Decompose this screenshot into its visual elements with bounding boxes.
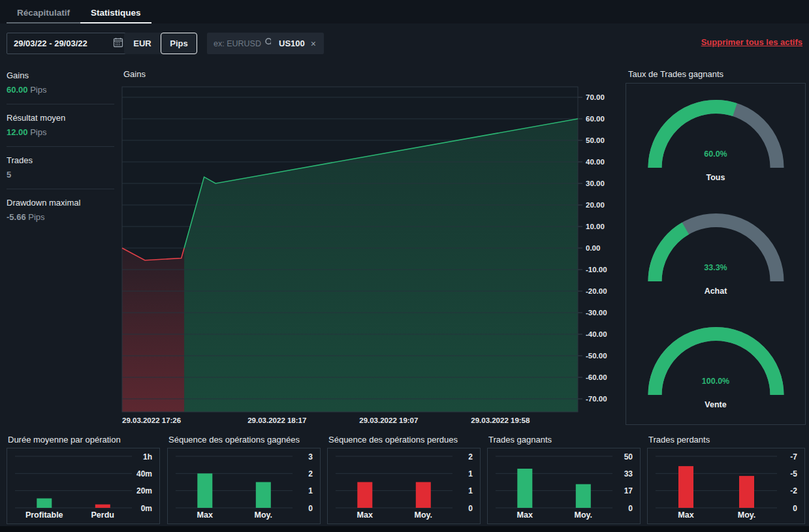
svg-text:-2: -2 <box>790 486 797 495</box>
svg-text:Max: Max <box>678 510 693 520</box>
svg-text:Moy.: Moy. <box>414 510 432 520</box>
unit-toggle: EUR Pips <box>124 33 197 54</box>
svg-text:40.00: 40.00 <box>586 158 605 166</box>
panel-avg-duration: Durée moyenne par opération 0m20m40m1hPr… <box>7 435 160 524</box>
win-rate-title: Taux de Trades gagnants <box>628 69 806 79</box>
gauge-label: Vente <box>648 400 784 409</box>
gauge-value: 33.3% <box>648 263 784 272</box>
asset-tag-label: US100 <box>279 39 305 48</box>
svg-text:29.03.2022 18:17: 29.03.2022 18:17 <box>247 416 306 424</box>
svg-text:-50.00: -50.00 <box>586 352 607 360</box>
svg-text:-20.00: -20.00 <box>586 287 607 295</box>
svg-text:Max: Max <box>357 510 373 520</box>
svg-text:50.00: 50.00 <box>586 136 605 144</box>
panel-winning-streak: Séquence des opérations gagnées 0123MaxM… <box>167 435 321 524</box>
svg-text:10.00: 10.00 <box>586 223 605 230</box>
svg-text:1: 1 <box>308 486 313 495</box>
stat-gains-value: 60.00 <box>7 85 28 95</box>
stat-avg-result: Résultat moyen 12.00 Pips <box>7 104 114 146</box>
svg-text:-30.00: -30.00 <box>586 309 607 317</box>
svg-text:70.00: 70.00 <box>586 93 605 101</box>
svg-text:-10.00: -10.00 <box>586 266 607 274</box>
svg-text:0.00: 0.00 <box>586 244 600 252</box>
gauge-tous: 60.0%Tous <box>648 99 784 182</box>
gauge-label: Achat <box>648 287 784 296</box>
gauge-value: 60.0% <box>648 149 784 159</box>
svg-text:0: 0 <box>468 504 473 513</box>
stat-max-drawdown-value: -5.66 <box>7 212 26 222</box>
unit-pips-button[interactable]: Pips <box>161 33 197 54</box>
svg-text:1h: 1h <box>143 452 152 462</box>
currency-eur-button[interactable]: EUR <box>124 33 161 54</box>
bottom-edge <box>0 526 809 532</box>
gauge-achat: 33.3%Achat <box>648 212 784 296</box>
win-rate-gauges: 60.0%Tous33.3%Achat100.0%Vente <box>626 83 806 425</box>
svg-text:Moy.: Moy. <box>254 510 272 520</box>
gauge-value: 100.0% <box>648 377 784 386</box>
svg-text:0: 0 <box>628 504 633 513</box>
gauge-vente: 100.0%Vente <box>648 326 784 409</box>
date-range-picker[interactable]: 29/03/22 - 29/03/22 <box>7 33 131 54</box>
svg-text:0m: 0m <box>141 504 152 513</box>
svg-text:-70.00: -70.00 <box>586 395 607 403</box>
svg-text:17: 17 <box>624 486 633 495</box>
svg-text:20.00: 20.00 <box>586 201 605 209</box>
filter-bar: 29/03/22 - 29/03/22 EUR Pips <box>0 31 809 55</box>
gauge-label: Tous <box>648 173 784 182</box>
svg-text:50: 50 <box>624 452 633 462</box>
svg-text:Max: Max <box>197 510 213 520</box>
svg-text:40m: 40m <box>136 469 152 478</box>
gains-chart-title: Gains <box>123 69 620 79</box>
panel-losing-trades: Trades perdants 0-2-5-7MaxMoy. <box>647 435 805 524</box>
svg-text:Max: Max <box>517 510 533 520</box>
stat-max-drawdown: Drawdown maximal -5.66 Pips <box>7 189 114 231</box>
winning-streak-chart: 0123MaxMoy. <box>167 448 321 524</box>
svg-text:29.03.2022 17:26: 29.03.2022 17:26 <box>122 416 181 424</box>
win-rate-panel: Taux de Trades gagnants 60.0%Tous33.3%Ac… <box>626 67 806 425</box>
svg-text:-7: -7 <box>790 452 797 462</box>
svg-text:-5: -5 <box>790 469 797 478</box>
summary-stats: Gains 60.00 Pips Résultat moyen 12.00 Pi… <box>7 62 114 231</box>
tab-recapitulatif[interactable]: Récapitulatif <box>7 2 80 23</box>
panel-losing-streak: Séquence des opérations perdues 0112MaxM… <box>327 435 481 524</box>
panel-winning-trades: Trades gagnants 0173350MaxMoy. <box>487 435 641 524</box>
gains-line-chart: 70.0060.0050.0040.0030.0020.0010.000.00-… <box>121 83 617 429</box>
stat-trades-value: 5 <box>7 170 11 180</box>
date-range-value: 29/03/22 - 29/03/22 <box>14 39 87 48</box>
asset-tag-us100[interactable]: US100 × <box>271 33 324 54</box>
losing-trades-chart: 0-2-5-7MaxMoy. <box>647 448 805 524</box>
svg-text:-60.00: -60.00 <box>586 373 607 381</box>
svg-text:2: 2 <box>308 469 313 478</box>
stat-avg-result-value: 12.00 <box>7 127 28 137</box>
gains-chart-panel: Gains 70.0060.0050.0040.0030.0020.0010.0… <box>121 67 620 431</box>
asset-search-input[interactable] <box>212 39 264 49</box>
winning-trades-chart: 0173350MaxMoy. <box>487 448 641 524</box>
calendar-icon[interactable] <box>113 37 123 50</box>
asset-search <box>207 33 279 54</box>
svg-text:-40.00: -40.00 <box>586 330 607 338</box>
avg-duration-chart: 0m20m40m1hProfitablePerdu <box>7 448 160 524</box>
tab-bar: Récapitulatif Statistiques <box>0 0 809 23</box>
tab-statistiques[interactable]: Statistiques <box>80 2 151 23</box>
svg-text:2: 2 <box>468 452 473 462</box>
clear-all-assets-link[interactable]: Supprimer tous les actifs <box>701 37 802 47</box>
svg-text:Profitable: Profitable <box>25 510 63 520</box>
svg-text:0: 0 <box>308 504 313 513</box>
svg-text:60.00: 60.00 <box>586 115 605 123</box>
losing-streak-chart: 0112MaxMoy. <box>327 448 481 524</box>
svg-text:0: 0 <box>793 504 797 513</box>
remove-asset-icon[interactable]: × <box>311 39 316 49</box>
svg-text:29.03.2022 19:07: 29.03.2022 19:07 <box>359 416 418 424</box>
svg-text:3: 3 <box>308 452 313 462</box>
svg-text:1: 1 <box>468 486 473 495</box>
statistics-page: Récapitulatif Statistiques 29/03/22 - 29… <box>0 0 809 532</box>
stat-gains: Gains 60.00 Pips <box>7 62 114 104</box>
svg-text:1: 1 <box>468 469 473 478</box>
svg-text:33: 33 <box>624 469 633 478</box>
svg-text:Moy.: Moy. <box>574 510 592 520</box>
svg-text:Perdu: Perdu <box>91 510 114 520</box>
svg-text:20m: 20m <box>136 486 152 495</box>
stat-trades: Trades 5 <box>7 146 114 189</box>
svg-text:Moy.: Moy. <box>738 510 756 520</box>
svg-text:30.00: 30.00 <box>586 180 605 187</box>
